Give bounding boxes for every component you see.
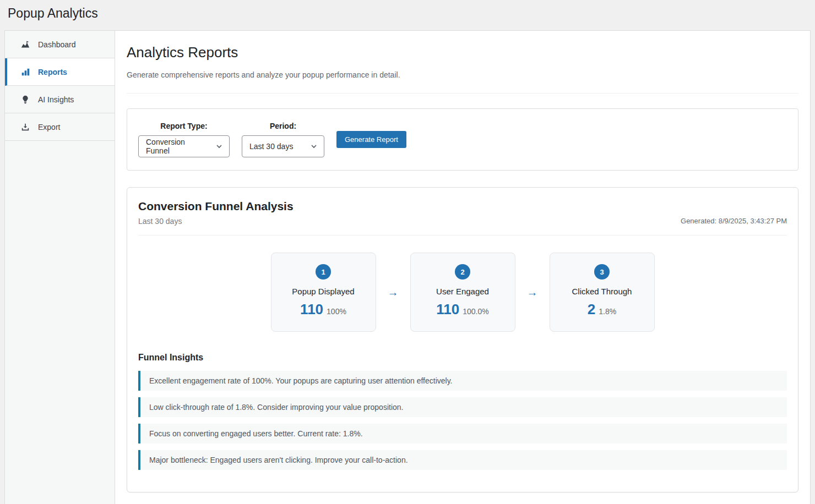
funnel-steps-row: 1 Popup Displayed 110 100% → 2 User Enga… <box>138 253 787 332</box>
step-label: Clicked Through <box>558 287 646 296</box>
report-generated-timestamp: Generated: 8/9/2025, 3:43:27 PM <box>681 217 787 226</box>
funnel-step-user-engaged: 2 User Engaged 110 100.0% <box>410 253 515 332</box>
chevron-down-icon <box>311 143 317 150</box>
step-rate: 100.0% <box>463 307 488 316</box>
report-type-selected-value: Conversion Funnel <box>146 138 208 155</box>
insight-item: Excellent engagement rate of 100%. Your … <box>138 371 787 391</box>
step-rate: 1.8% <box>599 307 616 316</box>
sidebar-item-label: Export <box>38 123 60 132</box>
step-label: Popup Displayed <box>279 287 368 296</box>
chevron-down-icon <box>216 143 222 150</box>
sidebar-item-label: AI Insights <box>38 95 74 104</box>
sidebar-item-label: Reports <box>38 68 67 76</box>
funnel-insights-title: Funnel Insights <box>138 353 787 363</box>
report-title: Conversion Funnel Analysis <box>138 200 294 213</box>
sidebar-item-label: Dashboard <box>38 40 76 49</box>
step-value: 2 <box>588 301 595 318</box>
sidebar-item-reports[interactable]: Reports <box>5 58 115 86</box>
bar-chart-icon <box>20 67 31 78</box>
report-divider <box>138 235 787 235</box>
main-content: Analytics Reports Generate comprehensive… <box>115 31 810 504</box>
app-title: Popup Analytics <box>8 6 815 22</box>
period-label: Period: <box>270 122 296 130</box>
area-chart-icon <box>20 39 31 50</box>
sidebar: Dashboard Reports AI Insights <box>5 31 115 504</box>
funnel-step-popup-displayed: 1 Popup Displayed 110 100% <box>271 253 376 332</box>
period-group: Period: Last 30 days <box>242 122 324 157</box>
report-type-group: Report Type: Conversion Funnel <box>138 122 230 157</box>
lightbulb-icon <box>20 94 31 105</box>
report-period: Last 30 days <box>138 217 294 226</box>
period-selected-value: Last 30 days <box>249 142 293 151</box>
content-frame: Dashboard Reports AI Insights <box>4 30 811 504</box>
insight-item: Low click-through rate of 1.8%. Consider… <box>138 397 787 417</box>
conversion-funnel-panel: Conversion Funnel Analysis Last 30 days … <box>127 187 798 492</box>
report-controls-panel: Report Type: Conversion Funnel Period: L… <box>127 108 798 171</box>
top-bar: Popup Analytics <box>0 0 815 30</box>
funnel-step-clicked-through: 3 Clicked Through 2 1.8% <box>550 253 655 332</box>
generate-report-button[interactable]: Generate Report <box>336 131 406 148</box>
step-number-badge: 1 <box>316 264 331 280</box>
sidebar-item-export[interactable]: Export <box>5 113 115 141</box>
page-title: Analytics Reports <box>127 44 798 61</box>
page-description: Generate comprehensive reports and analy… <box>127 70 798 79</box>
funnel-arrow-icon: → <box>515 286 550 299</box>
sidebar-item-dashboard[interactable]: Dashboard <box>5 31 115 58</box>
step-number-badge: 2 <box>455 264 470 280</box>
period-select[interactable]: Last 30 days <box>242 135 324 157</box>
sidebar-item-ai-insights[interactable]: AI Insights <box>5 86 115 113</box>
report-type-label: Report Type: <box>160 122 207 130</box>
step-number-badge: 3 <box>594 264 610 280</box>
download-icon <box>20 122 31 133</box>
step-label: User Engaged <box>419 287 507 296</box>
funnel-arrow-icon: → <box>376 286 410 299</box>
insight-item: Major bottleneck: Engaged users aren't c… <box>138 450 787 470</box>
report-type-select[interactable]: Conversion Funnel <box>138 135 230 157</box>
step-value: 110 <box>436 301 459 318</box>
step-rate: 100% <box>327 307 346 316</box>
report-header: Conversion Funnel Analysis Last 30 days … <box>138 200 787 226</box>
step-value: 110 <box>300 301 323 318</box>
header-divider <box>127 93 798 94</box>
insight-item: Focus on converting engaged users better… <box>138 424 787 443</box>
